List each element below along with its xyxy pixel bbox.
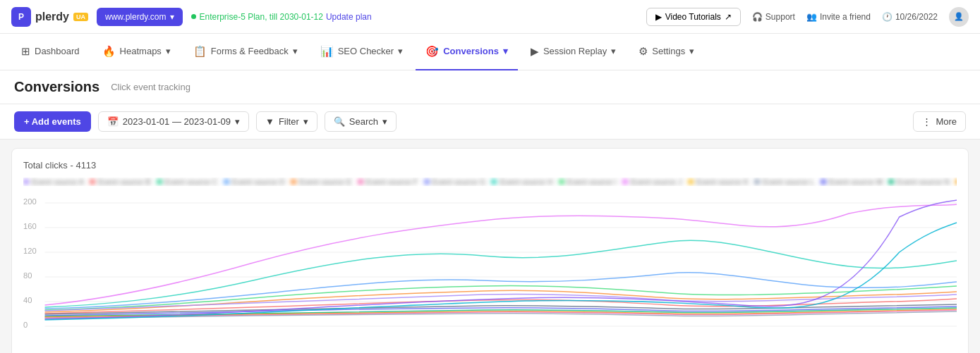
legend-item: Event source O: [955, 178, 957, 186]
heatmaps-chevron-icon: ▾: [166, 46, 171, 56]
site-chevron-icon: ▾: [170, 12, 174, 22]
chart-svg: 200 160 120 80 40 0: [23, 196, 957, 351]
calendar-icon: 📅: [107, 116, 119, 127]
chart-container: 200 160 120 80 40 0: [23, 196, 957, 353]
seo-icon: 📊: [320, 45, 334, 58]
page-subtitle: Click event tracking: [111, 82, 190, 92]
legend-item: Event source C: [157, 178, 218, 186]
logo-badge: UA: [73, 13, 88, 21]
forms-icon: 📋: [193, 45, 207, 58]
external-link-icon: ↗: [725, 12, 732, 22]
sidebar-item-conversions[interactable]: 🎯 Conversions ▾: [416, 34, 518, 70]
sidebar-item-heatmaps[interactable]: 🔥 Heatmaps ▾: [92, 34, 181, 70]
filter-label: Filter: [279, 116, 299, 127]
page-header: Conversions Click event tracking: [0, 70, 980, 104]
invite-icon: 👥: [806, 12, 817, 22]
svg-text:80: 80: [23, 271, 32, 280]
nav-label-dashboard: Dashboard: [35, 46, 80, 56]
svg-text:0: 0: [23, 321, 28, 329]
nav-label-settings: Settings: [652, 46, 685, 56]
nav-label-seo: SEO Checker: [338, 46, 394, 56]
page-title: Conversions: [14, 79, 99, 95]
seo-chevron-icon: ▾: [398, 46, 403, 56]
plan-text: Enterprise-5 Plan, till 2030-01-12: [199, 12, 322, 22]
add-events-button[interactable]: + Add events: [14, 111, 91, 132]
more-label: More: [936, 116, 957, 127]
sidebar-item-dashboard[interactable]: ⊞ Dashboard: [11, 34, 90, 70]
sidebar-item-settings[interactable]: ⚙ Settings ▾: [629, 34, 704, 70]
search-button[interactable]: 🔍 Search ▾: [325, 111, 397, 132]
legend-item: Event source F: [358, 178, 418, 186]
invite-friend-link[interactable]: 👥 Invite a friend: [806, 12, 871, 22]
topbar: P plerdy UA www.plerdy.com ▾ Enterprise-…: [0, 0, 980, 34]
conversions-chevron-icon: ▾: [503, 46, 508, 56]
support-link[interactable]: 🎧 Support: [752, 12, 795, 22]
heatmaps-icon: 🔥: [102, 45, 116, 58]
avatar[interactable]: 👤: [949, 7, 969, 27]
legend-item: Event source K: [688, 178, 749, 186]
video-icon: ▶: [655, 12, 662, 22]
sidebar-item-session-replay[interactable]: ▶ Session Replay ▾: [521, 34, 626, 70]
legend-item: Event source N: [888, 178, 950, 186]
navbar: ⊞ Dashboard 🔥 Heatmaps ▾ 📋 Forms & Feedb…: [0, 34, 980, 70]
toolbar: + Add events 📅 2023-01-01 — 2023-01-09 ▾…: [0, 104, 980, 140]
logo-icon: P: [11, 7, 31, 27]
svg-text:200: 200: [23, 197, 37, 206]
nav-label-session-replay: Session Replay: [543, 46, 607, 56]
search-icon: 🔍: [334, 116, 345, 127]
settings-chevron-icon: ▾: [689, 46, 694, 56]
date-range-picker[interactable]: 📅 2023-01-01 — 2023-01-09 ▾: [98, 111, 249, 132]
video-tutorials-button[interactable]: ▶ Video Tutorials ↗: [646, 8, 741, 26]
legend-item: Event source A: [23, 178, 84, 186]
update-plan-link[interactable]: Update plan: [326, 12, 372, 22]
nav-label-heatmaps: Heatmaps: [120, 46, 162, 56]
video-tutorials-label: Video Tutorials: [665, 12, 721, 22]
clock-icon: 🕐: [882, 12, 893, 22]
more-button[interactable]: ⋮ More: [913, 111, 966, 132]
date-range-value: 2023-01-01 — 2023-01-09: [123, 116, 231, 127]
svg-text:160: 160: [23, 222, 37, 230]
filter-chevron-icon: ▾: [303, 116, 308, 127]
conversions-icon: 🎯: [425, 45, 439, 58]
more-dots-icon: ⋮: [922, 116, 931, 127]
logo: P plerdy UA: [11, 7, 88, 27]
sidebar-item-forms-feedback[interactable]: 📋 Forms & Feedback ▾: [183, 34, 308, 70]
legend-item: Event source I: [559, 178, 617, 186]
svg-text:40: 40: [23, 296, 32, 304]
filter-icon: ▼: [265, 116, 274, 127]
nav-label-forms: Forms & Feedback: [211, 46, 289, 56]
date-chevron-icon: ▾: [235, 116, 240, 127]
settings-icon: ⚙: [639, 45, 648, 58]
plan-info: Enterprise-5 Plan, till 2030-01-12 Updat…: [191, 12, 371, 22]
filter-button[interactable]: ▼ Filter ▾: [256, 111, 317, 132]
legend-item: Event source B: [90, 178, 151, 186]
chart-title: Total clicks - 4113: [23, 160, 957, 171]
sidebar-item-seo-checker[interactable]: 📊 SEO Checker ▾: [310, 34, 413, 70]
chart-legend: Event source AEvent source BEvent source…: [23, 178, 957, 186]
topbar-right: ▶ Video Tutorials ↗ 🎧 Support 👥 Invite a…: [646, 7, 969, 27]
legend-item: Event source L: [754, 178, 814, 186]
svg-text:120: 120: [23, 247, 37, 255]
plan-dot-icon: [191, 14, 196, 19]
logo-text: plerdy: [35, 11, 69, 23]
topbar-date: 🕐 10/26/2022: [882, 12, 938, 22]
dashboard-icon: ⊞: [21, 45, 30, 58]
site-url: www.plerdy.com: [105, 12, 166, 22]
nav-label-conversions: Conversions: [443, 46, 499, 56]
search-chevron-icon: ▾: [382, 116, 387, 127]
session-chevron-icon: ▾: [611, 46, 616, 56]
forms-chevron-icon: ▾: [293, 46, 298, 56]
legend-item: Event source M: [821, 178, 883, 186]
chart-area: Total clicks - 4113 Event source AEvent …: [11, 148, 969, 353]
legend-item: Event source H: [491, 178, 552, 186]
support-icon: 🎧: [752, 12, 763, 22]
session-replay-icon: ▶: [531, 45, 539, 58]
search-label: Search: [349, 116, 378, 127]
legend-item: Event source G: [424, 178, 486, 186]
topbar-left: P plerdy UA www.plerdy.com ▾ Enterprise-…: [11, 7, 372, 27]
legend-item: Event source J: [622, 178, 682, 186]
legend-item: Event source D: [224, 178, 285, 186]
site-selector[interactable]: www.plerdy.com ▾: [97, 8, 183, 26]
legend-item: Event source E: [291, 178, 352, 186]
